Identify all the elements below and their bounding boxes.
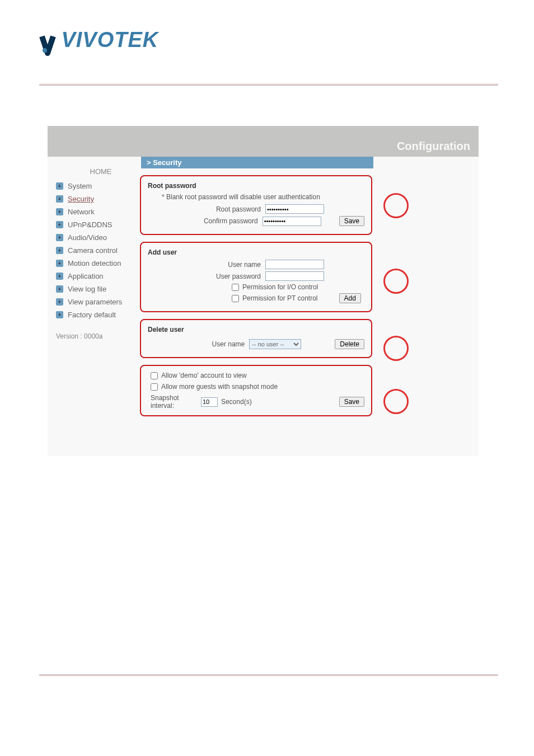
delete-user-title: Delete user	[148, 326, 364, 334]
nav-home[interactable]: HOME	[64, 165, 137, 178]
demo-panel: Allow 'demo' account to view Allow more …	[140, 365, 372, 416]
config-container: Configuration HOME + System + Security +…	[48, 126, 479, 456]
username-label: User name	[148, 261, 265, 269]
annotation-circle	[383, 389, 409, 414]
sidebar-item-application[interactable]: + Application	[53, 270, 137, 283]
delete-user-select[interactable]: -- no user --	[249, 339, 301, 349]
sidebar-item-label: View log file	[68, 285, 106, 293]
add-user-title: Add user	[148, 248, 364, 256]
annotation-circle	[383, 269, 409, 294]
allow-guests-checkbox[interactable]	[151, 383, 158, 391]
user-password-input[interactable]	[265, 271, 324, 281]
plus-icon: +	[56, 285, 63, 293]
pt-permission-label: Permission for PT control	[242, 294, 318, 302]
plus-icon: +	[56, 234, 63, 241]
plus-icon: +	[56, 311, 63, 318]
version-text: Version : 0000a	[53, 332, 137, 340]
sidebar-item-label: Network	[68, 208, 95, 216]
seconds-label: Second(s)	[221, 398, 252, 406]
sidebar-item-viewlog[interactable]: + View log file	[53, 283, 137, 295]
allow-demo-label: Allow 'demo' account to view	[161, 372, 247, 379]
logo-text: VIVOTEK	[61, 28, 158, 51]
delete-user-panel: Delete user User name -- no user -- Dele…	[140, 319, 372, 358]
io-permission-checkbox[interactable]	[232, 284, 239, 291]
sidebar-item-motion[interactable]: + Motion detection	[53, 257, 137, 270]
logo: VIVOTEK	[39, 28, 158, 56]
sidebar-item-factory[interactable]: + Factory default	[53, 308, 137, 321]
user-password-label: User password	[148, 273, 265, 280]
sidebar-item-label: Camera control	[68, 246, 118, 255]
add-user-panel: Add user User name User password Permiss…	[140, 242, 372, 312]
save-button[interactable]: Save	[339, 216, 364, 226]
content-area: > Security Root password * Blank root pa…	[140, 157, 375, 416]
sidebar-item-label: System	[68, 182, 92, 190]
sidebar-item-audiovideo[interactable]: + Audio/Video	[53, 231, 137, 244]
pt-permission-checkbox[interactable]	[232, 295, 239, 302]
io-permission-label: Permission for I/O control	[242, 283, 318, 291]
add-button[interactable]: Add	[339, 293, 361, 303]
sidebar-item-network[interactable]: + Network	[53, 205, 137, 218]
plus-icon: +	[56, 208, 63, 215]
root-password-title: Root password	[148, 182, 364, 190]
footer-divider	[39, 674, 498, 676]
annotation-circle	[383, 193, 409, 218]
plus-icon: +	[56, 195, 63, 203]
top-bar: Configuration	[48, 126, 479, 157]
sidebar-item-label: Motion detection	[68, 259, 121, 267]
plus-icon: +	[56, 298, 63, 306]
sidebar-item-upnp[interactable]: + UPnP&DDNS	[53, 218, 137, 231]
sidebar-item-label: UPnP&DDNS	[68, 220, 112, 229]
plus-icon: +	[56, 182, 63, 190]
root-password-input[interactable]	[265, 204, 324, 214]
root-password-panel: Root password * Blank root password will…	[140, 175, 372, 235]
header-divider	[39, 84, 498, 86]
sidebar-item-label: Application	[68, 272, 104, 280]
sidebar-item-label: Audio/Video	[68, 233, 107, 242]
root-password-label: Root password	[148, 205, 265, 213]
annotation-circle	[383, 336, 409, 361]
root-password-note: * Blank root password will disable user …	[162, 193, 364, 201]
svg-point-0	[43, 48, 47, 53]
section-header: > Security	[141, 157, 373, 168]
confirm-password-input[interactable]	[263, 217, 321, 226]
allow-demo-checkbox[interactable]	[151, 372, 158, 379]
sidebar-item-camera[interactable]: + Camera control	[53, 244, 137, 257]
sidebar-item-label: View parameters	[68, 298, 122, 306]
confirm-password-label: Confirm password	[148, 217, 263, 225]
nav-sidebar: HOME + System + Security + Network + UPn…	[53, 165, 137, 340]
allow-guests-label: Allow more guests with snapshot mode	[161, 383, 278, 391]
sidebar-item-security[interactable]: + Security	[53, 192, 137, 205]
username-input[interactable]	[265, 260, 324, 269]
plus-icon: +	[56, 247, 63, 254]
sidebar-item-system[interactable]: + System	[53, 180, 137, 192]
sidebar-item-label: Factory default	[68, 311, 116, 319]
delete-username-label: User name	[148, 340, 249, 348]
plus-icon: +	[56, 221, 63, 228]
plus-icon: +	[56, 260, 63, 267]
page-title: Configuration	[397, 140, 470, 153]
snapshot-interval-input[interactable]	[201, 397, 218, 407]
sidebar-item-label: Security	[68, 195, 94, 203]
sidebar-item-viewparams[interactable]: + View parameters	[53, 295, 137, 308]
snapshot-label: Snapshot interval:	[151, 394, 198, 410]
save-button[interactable]: Save	[339, 397, 364, 407]
delete-button[interactable]: Delete	[335, 339, 364, 349]
plus-icon: +	[56, 273, 63, 280]
